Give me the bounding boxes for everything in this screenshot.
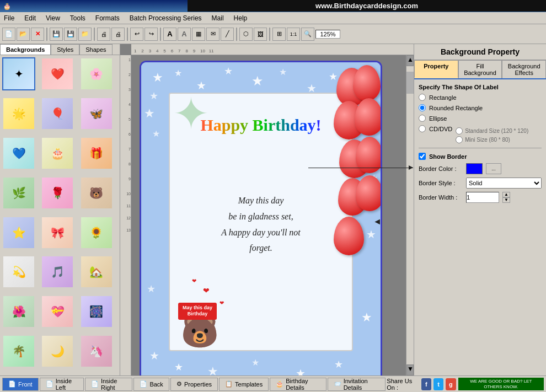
show-border-row[interactable]: Show Border (419, 153, 542, 160)
menu-view[interactable]: View (44, 14, 62, 23)
bg-item-3[interactable]: 🌸 (80, 57, 113, 90)
ellipse-option[interactable]: Ellipse (419, 115, 542, 122)
menu-help[interactable]: Help (232, 14, 249, 23)
line-button[interactable]: ╱ (221, 28, 234, 41)
menu-edit[interactable]: Edit (23, 14, 38, 23)
open-button[interactable]: 📂 (17, 28, 30, 41)
bg-item-12[interactable]: 🐻 (80, 176, 113, 210)
rectangle-radio[interactable] (419, 94, 426, 101)
back-button[interactable]: 📄 Back (133, 378, 169, 391)
email-button[interactable]: ✉ (206, 28, 220, 41)
save-button[interactable]: 💾 (50, 28, 63, 41)
bg-item-22[interactable]: 🌴 (2, 335, 35, 368)
menu-tools[interactable]: Tools (68, 14, 87, 23)
border-style-select[interactable]: Solid Dashed Dotted (466, 178, 542, 189)
bg-item-1[interactable]: ✦ (2, 57, 35, 90)
bg-item-16[interactable]: 💫 (2, 255, 35, 288)
spin-down[interactable]: ▼ (502, 197, 510, 203)
bg-item-4[interactable]: 🌟 (2, 97, 35, 130)
scroll-up[interactable]: ▲ (406, 55, 414, 66)
templates-button[interactable]: 📋 Templates (219, 378, 269, 391)
bg-item-9[interactable]: 🎁 (80, 137, 113, 170)
bg-item-21[interactable]: 🎆 (80, 295, 113, 328)
print2-button[interactable]: 🖨 (111, 28, 125, 41)
toolbar-sep-5 (236, 28, 237, 41)
google-icon[interactable]: g (446, 378, 456, 390)
spin-up[interactable]: ▲ (502, 192, 510, 197)
close-button-tb[interactable]: ✕ (31, 28, 44, 41)
bg-item-13[interactable]: ⭐ (2, 216, 35, 249)
standard-size-radio[interactable] (456, 127, 463, 135)
barcode-button[interactable]: ▦ (192, 28, 205, 41)
menu-mail[interactable]: Mail (210, 14, 226, 23)
border-color-swatch[interactable] (466, 163, 483, 174)
menu-file[interactable]: File (2, 14, 16, 23)
shape-button[interactable]: ⬡ (239, 28, 253, 41)
bg-item-10[interactable]: 🌿 (2, 176, 35, 210)
tab-fill-background[interactable]: Fill Background (458, 60, 502, 78)
zoom-in-button[interactable]: 🔍 (301, 28, 314, 41)
scroll-thumb[interactable] (406, 72, 414, 94)
inside-left-button[interactable]: 📄 Inside Left (40, 378, 84, 391)
mini-size-option[interactable]: Mini Size (80 * 80) (456, 136, 528, 143)
standard-size-option[interactable]: Standard Size (120 * 120) (456, 127, 528, 135)
rounded-rectangle-label: Rounded Rectangle (429, 105, 483, 111)
tab-shapes[interactable]: Shapes (79, 44, 112, 55)
scroll-down[interactable]: ▼ (406, 364, 414, 375)
new-button[interactable]: 📄 (2, 28, 15, 41)
rounded-rectangle-radio[interactable] (419, 104, 426, 111)
bg-item-8[interactable]: 🎂 (41, 137, 74, 170)
cddvd-radio[interactable] (419, 125, 426, 132)
grid-button[interactable]: ⊞ (272, 28, 286, 41)
rounded-rectangle-option[interactable]: Rounded Rectangle (419, 104, 542, 111)
bg-item-11[interactable]: 🌹 (41, 176, 74, 210)
save-as-button[interactable]: 💾 (64, 28, 77, 41)
tab-backgrounds[interactable]: Backgrounds (0, 44, 51, 55)
text-button[interactable]: A (163, 28, 176, 41)
cddvd-option[interactable]: CD/DVD (419, 125, 452, 132)
ellipse-radio[interactable] (419, 115, 426, 122)
twitter-icon[interactable]: t (433, 378, 443, 390)
bg-item-6[interactable]: 🦋 (80, 97, 113, 130)
photo-button[interactable]: 🖼 (254, 28, 267, 41)
menu-formats[interactable]: Formats (94, 14, 121, 23)
print-button[interactable]: 🖨 (97, 28, 110, 41)
status-bar: 📄 Front 📄 Inside Left 📄 Inside Right 📄 B… (0, 375, 546, 392)
good-bad-box[interactable]: WE ARE GOOD OR BAD? LET OTHERS KNOW. (458, 378, 544, 390)
tab-background-effects[interactable]: Background Effects (502, 60, 546, 78)
bg-item-14[interactable]: 🎀 (41, 216, 74, 249)
border-color-browse[interactable]: ... (486, 163, 501, 174)
mini-size-radio[interactable] (456, 136, 463, 143)
undo-button[interactable]: ↩ (130, 28, 143, 41)
birthday-details-button[interactable]: 🎂 Birthday Details (270, 378, 326, 391)
properties-button[interactable]: ⚙ Properties (170, 378, 218, 391)
tab-styles[interactable]: Styles (51, 44, 79, 55)
star-20: ★ (147, 283, 156, 295)
invitation-details-button[interactable]: 📨 Invitation Details (328, 378, 386, 391)
vertical-scrollbar[interactable]: ▲ ▼ (406, 55, 414, 375)
bg-item-20[interactable]: 💝 (41, 295, 74, 328)
tab-property[interactable]: Property (414, 60, 458, 78)
bg-item-7[interactable]: 💙 (2, 137, 35, 170)
show-border-checkbox[interactable] (419, 153, 426, 160)
border-color-label: Border Color : (419, 165, 463, 172)
text2-button[interactable]: A (178, 28, 191, 41)
bg-item-24[interactable]: 🦄 (80, 335, 113, 368)
bg-item-19[interactable]: 🌺 (2, 295, 35, 328)
fit-button[interactable]: 1:1 (287, 28, 300, 41)
toolbar-sep-3 (127, 28, 128, 41)
bg-item-2[interactable]: ❤️ (41, 57, 74, 90)
bg-item-18[interactable]: 🏡 (80, 255, 113, 288)
bg-item-15[interactable]: 🌻 (80, 216, 113, 249)
front-button[interactable]: 📄 Front (2, 378, 39, 391)
bg-item-5[interactable]: 🎈 (41, 97, 74, 130)
bg-item-23[interactable]: 🌙 (41, 335, 74, 368)
facebook-icon[interactable]: f (421, 378, 431, 390)
border-width-input[interactable] (466, 192, 499, 203)
bg-item-17[interactable]: 🎵 (41, 255, 74, 288)
inside-right-button[interactable]: 📄 Inside Right (85, 378, 132, 391)
browse-button[interactable]: 📁 (78, 28, 92, 41)
menu-batch[interactable]: Batch Processing Series (128, 14, 204, 23)
redo-button[interactable]: ↪ (144, 28, 158, 41)
rectangle-option[interactable]: Rectangle (419, 94, 542, 101)
